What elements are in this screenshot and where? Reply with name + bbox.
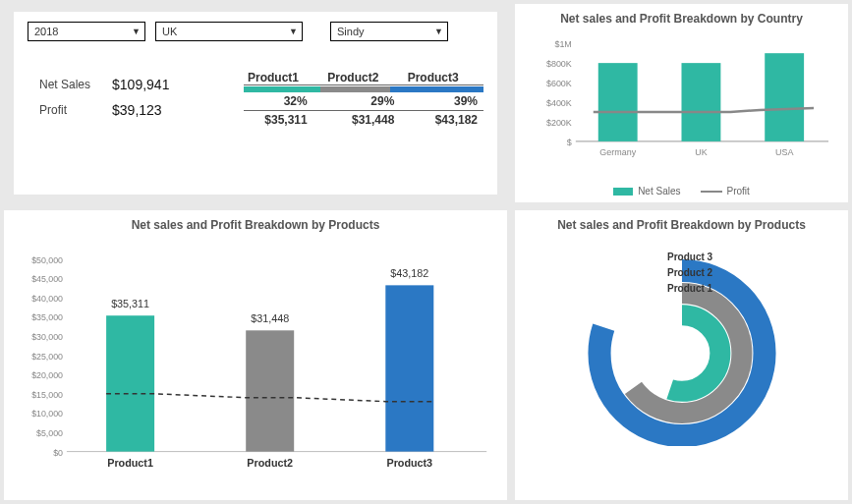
- svg-text:Product1: Product1: [107, 457, 153, 469]
- amt-product2: $31,448: [331, 111, 415, 129]
- svg-rect-26: [246, 330, 294, 451]
- svg-text:$40,000: $40,000: [31, 294, 63, 304]
- bar-label-p3: $43,182: [390, 267, 428, 279]
- svg-text:$5,000: $5,000: [36, 428, 63, 438]
- pct-product2: 29%: [331, 92, 415, 110]
- year-select[interactable]: 2018 ▼: [28, 22, 145, 41]
- bar-label-p1: $35,311: [111, 298, 149, 309]
- products-donut-panel: Net sales and Profit Breakdown by Produc…: [515, 210, 848, 500]
- svg-text:$25,000: $25,000: [31, 352, 63, 362]
- svg-text:$45,000: $45,000: [31, 274, 63, 284]
- chevron-down-icon: ▼: [434, 27, 443, 36]
- year-value: 2018: [34, 26, 58, 37]
- svg-text:$15,000: $15,000: [31, 390, 63, 400]
- donut-label-p3: Product 3: [667, 250, 712, 265]
- net-sales-label: Net Sales: [29, 73, 100, 96]
- svg-text:$50,000: $50,000: [31, 255, 63, 265]
- svg-text:$1M: $1M: [554, 39, 571, 49]
- svg-rect-25: [106, 315, 154, 451]
- country-chart-legend: Net Sales Profit: [525, 186, 838, 196]
- svg-text:$600K: $600K: [546, 79, 572, 88]
- svg-text:Product2: Product2: [247, 457, 293, 469]
- svg-rect-8: [682, 63, 721, 141]
- svg-rect-7: [598, 63, 638, 141]
- bar-label-p2: $31,448: [251, 312, 289, 324]
- country-chart-title: Net sales and Profit Breakdown by Countr…: [525, 12, 838, 26]
- pct-product1: 32%: [244, 92, 331, 110]
- svg-point-33: [644, 315, 720, 392]
- country-bar-chart: $1M $800K $600K $400K $200K $ Germany UK…: [525, 33, 838, 181]
- svg-rect-9: [765, 53, 804, 141]
- donut-label-p2: Product 2: [667, 265, 712, 281]
- profit-value: $39,123: [102, 98, 179, 122]
- svg-rect-27: [385, 285, 433, 451]
- profit-label: Profit: [29, 98, 100, 122]
- product-breakdown-table: Product1 Product2 Product3 32% 29% 39%: [244, 71, 483, 129]
- col-product3: Product3: [404, 71, 483, 84]
- svg-text:Germany: Germany: [599, 147, 636, 157]
- svg-text:USA: USA: [775, 147, 793, 157]
- col-product1: Product1: [244, 71, 323, 84]
- country-chart-panel: Net sales and Profit Breakdown by Countr…: [515, 4, 848, 202]
- svg-text:$20,000: $20,000: [31, 370, 63, 380]
- products-bar-title: Net sales and Profit Breakdown by Produc…: [14, 218, 497, 232]
- svg-text:$10,000: $10,000: [31, 409, 63, 419]
- svg-text:$: $: [567, 138, 572, 147]
- donut-label-p1: Product 1: [667, 281, 712, 297]
- chevron-down-icon: ▼: [289, 27, 298, 36]
- svg-text:Product3: Product3: [386, 457, 432, 469]
- svg-text:UK: UK: [695, 147, 707, 157]
- svg-text:$30,000: $30,000: [31, 332, 63, 342]
- rep-select[interactable]: Sindy ▼: [330, 22, 448, 41]
- products-bar-panel: Net sales and Profit Breakdown by Produc…: [4, 210, 507, 500]
- legend-net-sales: Net Sales: [638, 186, 680, 196]
- products-donut-title: Net sales and Profit Breakdown by Produc…: [525, 218, 838, 232]
- chevron-down-icon: ▼: [132, 27, 141, 36]
- legend-profit: Profit: [727, 186, 750, 196]
- products-bar-chart: $50,000 $45,000 $40,000 $35,000 $30,000 …: [14, 240, 497, 480]
- svg-text:$200K: $200K: [546, 118, 572, 128]
- col-product2: Product2: [323, 71, 403, 84]
- net-sales-value: $109,941: [102, 73, 179, 96]
- filters-metrics-panel: 2018 ▼ UK ▼ Sindy ▼ Net Sales: [4, 4, 507, 202]
- amt-product1: $35,311: [244, 111, 331, 129]
- svg-text:$0: $0: [53, 448, 63, 458]
- svg-text:$800K: $800K: [546, 59, 572, 69]
- svg-text:$35,000: $35,000: [31, 312, 63, 322]
- kpi-block: Net Sales $109,941 Profit $39,123: [28, 71, 244, 129]
- rep-value: Sindy: [337, 26, 365, 37]
- country-select[interactable]: UK ▼: [155, 22, 303, 41]
- pct-product3: 39%: [414, 92, 483, 110]
- country-value: UK: [162, 26, 177, 37]
- svg-text:$400K: $400K: [546, 98, 572, 108]
- amt-product3: $43,182: [414, 111, 483, 129]
- filter-bar: 2018 ▼ UK ▼ Sindy ▼: [28, 22, 483, 41]
